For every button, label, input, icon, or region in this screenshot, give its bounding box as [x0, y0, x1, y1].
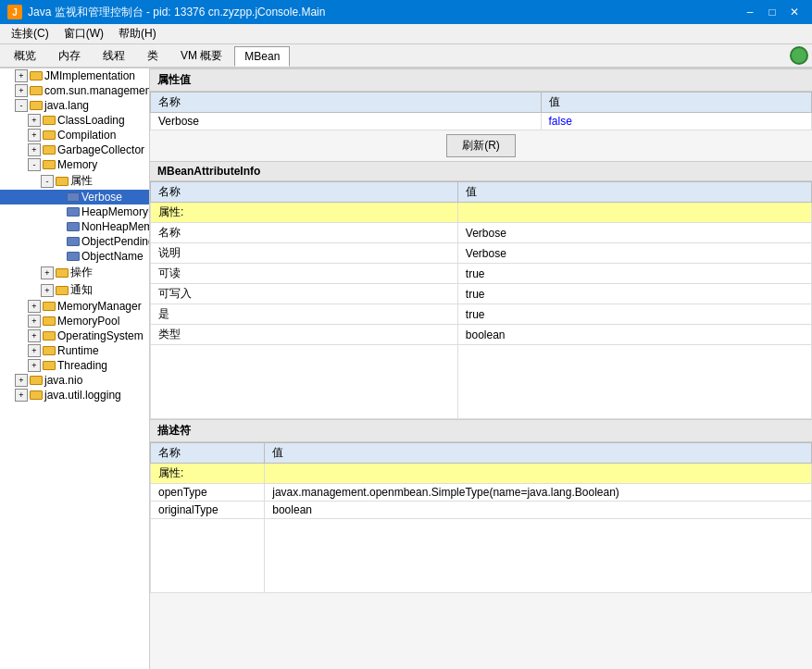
- maximize-button[interactable]: □: [762, 4, 782, 20]
- expand-ops[interactable]: +: [41, 266, 54, 279]
- table-row[interactable]: 类型 boolean: [151, 325, 812, 345]
- ma-row-value-2: true: [457, 264, 811, 284]
- tree-item-gc[interactable]: + GarbageCollector: [0, 142, 149, 157]
- folder-icon-java-util: [30, 390, 43, 400]
- folder-icon-threading: [43, 361, 56, 370]
- expand-runtime[interactable]: +: [28, 344, 41, 357]
- tree-label-verbose: Verbose: [81, 191, 122, 204]
- tree-item-nonheap[interactable]: NonHeapMemoryU...: [0, 219, 149, 234]
- tree-item-os[interactable]: + OperatingSystem: [0, 328, 149, 343]
- expand-compilation[interactable]: +: [28, 129, 41, 142]
- tree-item-java-nio[interactable]: + java.nio: [0, 373, 149, 388]
- tree-item-compilation[interactable]: + Compilation: [0, 128, 149, 142]
- tree-item-classloading[interactable]: + ClassLoading: [0, 113, 149, 128]
- table-row[interactable]: 名称 Verbose: [151, 223, 812, 243]
- folder-icon-memmgr: [43, 302, 56, 311]
- ma-row-name-5: 类型: [151, 325, 458, 345]
- tree-item-java-lang[interactable]: - java.lang: [0, 98, 149, 113]
- tree-label-attrs: 属性: [70, 173, 93, 189]
- tree-label-classloading: ClassLoading: [57, 114, 125, 127]
- tree-item-notif[interactable]: + 通知: [0, 281, 149, 299]
- menu-window[interactable]: 窗口(W): [56, 24, 111, 43]
- tree-label-memory: Memory: [57, 158, 97, 171]
- expand-java-lang[interactable]: -: [15, 99, 28, 112]
- tree-item-verbose[interactable]: Verbose: [0, 190, 149, 204]
- window-title: Java 监视和管理控制台 - pid: 13376 cn.zyzpp.jCon…: [28, 5, 325, 20]
- empty-row: [151, 519, 812, 593]
- tree-item-java-util[interactable]: + java.util.logging: [0, 388, 149, 403]
- folder-icon-java-nio: [30, 376, 43, 385]
- tree-item-mempool[interactable]: + MemoryPool: [0, 314, 149, 328]
- expand-com-sun[interactable]: +: [15, 84, 28, 97]
- table-row[interactable]: 说明 Verbose: [151, 243, 812, 264]
- tab-overview[interactable]: 概览: [4, 44, 46, 67]
- section-header-mbeanattr: MBeanAttributeInfo: [150, 161, 812, 181]
- expand-attrs[interactable]: -: [41, 175, 54, 188]
- folder-icon-notif: [56, 286, 69, 295]
- tree-item-jmimpl[interactable]: + JMImplementation: [0, 68, 149, 83]
- expand-jmimpl[interactable]: +: [15, 69, 28, 82]
- expand-mempool[interactable]: +: [28, 315, 41, 328]
- ma-row-name-3: 可写入: [151, 284, 458, 304]
- table-row[interactable]: Verbose false: [151, 113, 812, 130]
- folder-icon-com-sun: [30, 86, 43, 95]
- tree-item-objectname[interactable]: ObjectName: [0, 249, 149, 264]
- tree-item-runtime[interactable]: + Runtime: [0, 343, 149, 358]
- menu-connect[interactable]: 连接(C): [4, 24, 56, 43]
- expand-notif[interactable]: +: [41, 284, 54, 297]
- tree-item-ops[interactable]: + 操作: [0, 264, 149, 281]
- descriptor-table: 名称 值 属性: openType javax.management.openm…: [150, 442, 812, 593]
- expand-gc[interactable]: +: [28, 143, 41, 156]
- close-button[interactable]: ✕: [784, 4, 805, 20]
- expand-memory[interactable]: -: [28, 158, 41, 171]
- ma-col-name: 名称: [151, 182, 458, 203]
- tree-label-compilation: Compilation: [57, 129, 116, 142]
- leaf-icon-objectname: [67, 252, 80, 261]
- expand-java-util[interactable]: +: [15, 389, 28, 402]
- ma-row-name-0: 名称: [151, 223, 458, 243]
- folder-icon-java-lang: [30, 101, 43, 110]
- connection-status-icon: [790, 46, 808, 65]
- tree-label-gc: GarbageCollector: [57, 143, 144, 156]
- leaf-icon-verbose: [67, 192, 80, 202]
- table-row[interactable]: 是 true: [151, 304, 812, 325]
- tab-vm[interactable]: VM 概要: [170, 44, 232, 67]
- tab-mbean[interactable]: MBean: [234, 46, 290, 67]
- ma-col-value: 值: [457, 182, 811, 203]
- tree-item-memmgr[interactable]: + MemoryManager: [0, 299, 149, 314]
- table-row[interactable]: originalType boolean: [151, 502, 812, 519]
- tab-memory[interactable]: 内存: [48, 44, 91, 67]
- pv-col-value: 值: [541, 93, 811, 113]
- tree-label-heapmemory: HeapMemoryUsage: [81, 205, 150, 218]
- minimize-button[interactable]: –: [740, 4, 760, 20]
- content-panel: 属性值 名称 值 Verbose false 刷新(R) MBeanAttrib…: [150, 68, 812, 669]
- tab-bar: 概览 内存 线程 类 VM 概要 MBean: [0, 44, 812, 68]
- menu-help[interactable]: 帮助(H): [111, 24, 164, 43]
- tree-label-nonheap: NonHeapMemoryU...: [81, 220, 150, 233]
- tree-item-objectpending[interactable]: ObjectPendingF...: [0, 234, 149, 249]
- expand-threading[interactable]: +: [28, 359, 41, 372]
- table-row[interactable]: 可读 true: [151, 264, 812, 284]
- ma-row-value-3: true: [457, 284, 811, 304]
- tree-item-com-sun[interactable]: + com.sun.management: [0, 83, 149, 98]
- folder-icon-mempool: [43, 316, 56, 326]
- tree-label-os: OperatingSystem: [57, 329, 144, 342]
- expand-classloading[interactable]: +: [28, 114, 41, 127]
- tree-label-notif: 通知: [70, 282, 93, 298]
- tree-label-objectname: ObjectName: [81, 250, 144, 263]
- refresh-button[interactable]: 刷新(R): [446, 134, 516, 157]
- table-row[interactable]: 可写入 true: [151, 284, 812, 304]
- table-row[interactable]: openType javax.management.openmbean.Simp…: [151, 484, 812, 502]
- desc-col-value: 值: [265, 443, 812, 464]
- expand-os[interactable]: +: [28, 329, 41, 342]
- tree-item-threading[interactable]: + Threading: [0, 358, 149, 373]
- tab-threads[interactable]: 线程: [93, 44, 135, 67]
- tree-item-heapmemory[interactable]: HeapMemoryUsage: [0, 204, 149, 219]
- expand-java-nio[interactable]: +: [15, 374, 28, 387]
- folder-icon-runtime: [43, 346, 56, 355]
- tree-item-attrs[interactable]: - 属性: [0, 172, 149, 190]
- tree-item-memory[interactable]: - Memory: [0, 157, 149, 172]
- expand-memmgr[interactable]: +: [28, 300, 41, 313]
- tab-class[interactable]: 类: [137, 44, 169, 67]
- ma-yellow-name: 属性:: [151, 203, 458, 223]
